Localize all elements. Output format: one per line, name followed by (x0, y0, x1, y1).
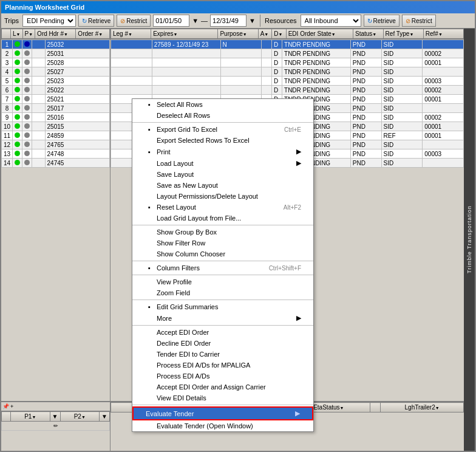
menu-item-accept-assign[interactable]: Accept EDI Order and Assign Carrier (132, 382, 313, 392)
table-row[interactable]: D TNDR PENDING PND SID 00003 (111, 77, 464, 86)
row-status: PND (350, 140, 381, 149)
col-ref-type[interactable]: Ref Type▼ (383, 29, 423, 39)
resources-select[interactable]: All Inbound (301, 15, 361, 27)
bottom-col-p1[interactable]: P1▼ (11, 412, 50, 422)
col-order[interactable]: Order #▼ (76, 29, 110, 39)
bottom-col-p2[interactable]: P2▼ (60, 412, 100, 422)
table-row[interactable]: 7 25021 (2, 95, 110, 104)
menu-item-export-selected[interactable]: Export Selected Rows To Excel (132, 135, 313, 146)
row-ref-type: SID (381, 49, 423, 58)
menu-item-process-edi-mpaliga[interactable]: Process EDI A/Ds for MPALIGA (132, 360, 313, 371)
col-p[interactable]: P▼ (22, 29, 35, 39)
menu-item-edit-grid-summaries[interactable]: ▪Edit Grid Summaries (132, 301, 313, 312)
col-status[interactable]: Status▼ (353, 29, 383, 39)
menu-label-evaluate-tender-window: Evaluate Tender (Open Window) (157, 422, 253, 430)
row-ordhdr (32, 104, 45, 113)
menu-separator-after-more (132, 325, 313, 326)
menu-label-export-selected: Export Selected Rows To Excel (157, 137, 250, 144)
menu-item-tender-edi-carrier[interactable]: Tender EDI to Carrier (132, 349, 313, 360)
table-row[interactable]: 11 24859 (2, 131, 110, 140)
table-row[interactable]: D TNDR PENDING PND SID (111, 67, 464, 77)
row-a (262, 77, 272, 86)
table-row[interactable]: 6 25022 (2, 86, 110, 95)
col-a[interactable]: A▼ (258, 29, 272, 39)
menu-icon-reset-layout: ▪ (144, 204, 154, 211)
menu-item-select-all[interactable]: ▪Select All Rows (132, 99, 313, 110)
menu-item-show-filter-row[interactable]: Show Filter Row (132, 238, 313, 248)
menu-item-view-edi-details[interactable]: View EDI Details (132, 392, 313, 403)
row-ref: 00001 (423, 131, 464, 140)
menu-item-deselect-all[interactable]: Deselect All Rows (132, 110, 313, 121)
col-ref[interactable]: Ref#▼ (423, 29, 463, 39)
menu-item-col-filters[interactable]: ▪Column FiltersCtrl+Shift+F (132, 262, 313, 273)
menu-item-zoom-field[interactable]: Zoom Field (132, 287, 313, 298)
bottom-col-lghtrailer2[interactable]: LghTrailer2▼ (381, 403, 464, 413)
row-d: D (272, 77, 282, 86)
table-row[interactable]: 27589 - 12/31/49 23 N D TNDR PENDING PND… (111, 40, 464, 49)
row-ref: 00003 (423, 77, 464, 86)
col-d[interactable]: D▼ (272, 29, 286, 39)
pin-icon[interactable]: 📌 (2, 403, 9, 409)
table-row[interactable]: 14 24745 (2, 159, 110, 168)
table-row[interactable]: 4 25027 (2, 67, 110, 77)
menu-separator-after-load-grid-layout (132, 225, 313, 225)
table-row[interactable]: 9 25016 (2, 113, 110, 122)
col-ordhdr[interactable]: Ord Hdr #▼ (35, 29, 76, 39)
table-row[interactable]: 1 25032 (2, 40, 110, 49)
retrieve2-button[interactable]: ↻ Retrieve (364, 15, 399, 27)
expand-icon[interactable]: + (10, 403, 13, 409)
table-row[interactable]: 13 24748 (2, 149, 110, 159)
table-row[interactable]: 3 25028 (2, 58, 110, 67)
menu-item-reset-layout[interactable]: ▪Reset LayoutAlt+F2 (132, 202, 313, 213)
date-to-input[interactable] (210, 15, 246, 27)
col-edi-state[interactable]: EDI Order State▼ (286, 29, 353, 39)
table-row[interactable]: D TNDR PENDING PND SID 00002 (111, 86, 464, 95)
menu-item-evaluate-tender-window[interactable]: Evaluate Tender (Open Window) (132, 420, 313, 431)
left-panel: L▼ P▼ Ord Hdr #▼ Order #▼ 1 25032 2 (1, 29, 110, 451)
restrict2-button[interactable]: ⊘ Restrict (402, 15, 436, 27)
date-from-input[interactable] (153, 15, 189, 27)
table-row[interactable]: 5 25023 (2, 77, 110, 86)
menu-item-decline-edi[interactable]: Decline EDI Order (132, 338, 313, 349)
menu-item-accept-edi[interactable]: Accept EDI Order (132, 327, 313, 338)
row-p-dot (22, 140, 32, 149)
table-row[interactable]: 12 24765 (2, 140, 110, 149)
menu-item-print[interactable]: ▪Print▶ (132, 146, 313, 157)
col-purpose[interactable]: Purpose▼ (218, 29, 258, 39)
restrict-button[interactable]: ⊘ Restrict (117, 15, 151, 27)
col-l[interactable]: L▼ (11, 29, 23, 39)
menu-item-load-grid-layout[interactable]: Load Grid Layout from File... (132, 213, 313, 224)
menu-item-show-col-chooser[interactable]: Show Column Chooser (132, 248, 313, 259)
table-row[interactable]: 10 25015 (2, 122, 110, 131)
date-separator: — (201, 17, 208, 24)
menu-item-evaluate-tender[interactable]: Evaluate Tender▶ (132, 406, 313, 420)
retrieve-button[interactable]: ↻ Retrieve (78, 15, 114, 27)
row-ref: 00002 (423, 86, 464, 95)
trips-select[interactable]: EDI Pending (22, 15, 76, 27)
table-row[interactable]: D TNDR PENDING PND SID 00001 (111, 58, 464, 67)
row-purpose (220, 49, 262, 58)
row-leg (111, 67, 152, 77)
menu-item-show-group-box[interactable]: Show Group By Box (132, 227, 313, 238)
row-ref-type: SID (381, 104, 423, 113)
menu-item-save-layout[interactable]: Save Layout (132, 169, 313, 180)
col-leg[interactable]: Leg #▼ (111, 29, 151, 39)
row-num: 14 (2, 159, 13, 168)
menu-item-layout-perms[interactable]: Layout Permissions/Delete Layout (132, 191, 313, 202)
refresh2-icon: ↻ (367, 18, 372, 24)
row-ref: 00001 (423, 95, 464, 104)
row-p-dot (22, 49, 32, 58)
menu-item-export-excel[interactable]: ▪Export Grid To ExcelCtrl+E (132, 124, 313, 135)
menu-item-load-layout[interactable]: Load Layout▶ (132, 157, 313, 169)
row-l-dot (13, 49, 22, 58)
table-row[interactable]: D TNDR PENDING PND SID 00002 (111, 49, 464, 58)
bottom-col-empty4 (370, 403, 381, 413)
menu-item-save-new-layout[interactable]: Save as New Layout (132, 180, 313, 191)
row-ref-type: SID (381, 77, 423, 86)
menu-item-more[interactable]: More▶ (132, 312, 313, 324)
menu-item-view-profile[interactable]: View Profile (132, 276, 313, 287)
menu-item-process-edi-ads[interactable]: Process EDI A/Ds (132, 371, 313, 382)
table-row[interactable]: 2 25031 (2, 49, 110, 58)
col-expires[interactable]: Expires▼ (151, 29, 218, 39)
table-row[interactable]: 8 25017 (2, 104, 110, 113)
